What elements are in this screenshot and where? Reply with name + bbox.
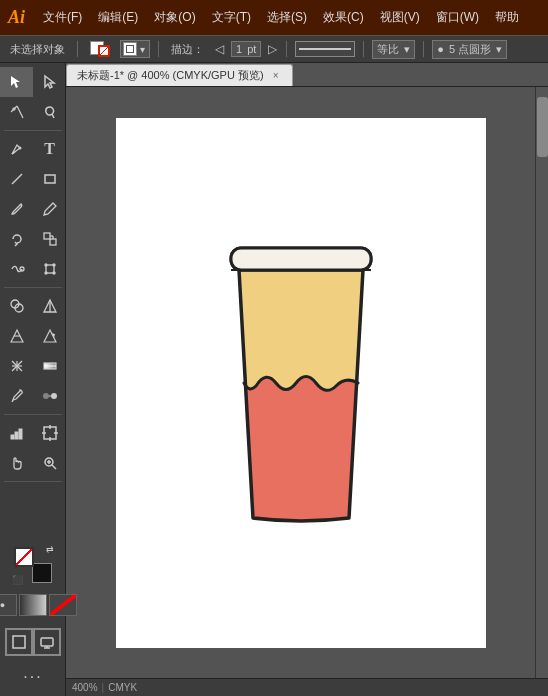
live-paint-tool[interactable] xyxy=(33,291,66,321)
warp-tool[interactable] xyxy=(0,254,33,284)
gradient-mode-btn[interactable] xyxy=(19,594,47,616)
svg-line-0 xyxy=(17,106,23,118)
svg-rect-7 xyxy=(45,175,55,183)
edge-label: 描边： xyxy=(167,40,208,59)
tool-row-1 xyxy=(0,67,66,97)
perspective-grid-tool[interactable] xyxy=(0,321,33,351)
menu-effect[interactable]: 效果(C) xyxy=(317,7,370,28)
tool-row-bottom xyxy=(0,628,66,656)
color-mode-btn[interactable]: ● xyxy=(0,594,17,616)
zoom-tool[interactable] xyxy=(33,448,66,478)
menu-view[interactable]: 视图(V) xyxy=(374,7,426,28)
zoom-level: 400% xyxy=(72,682,98,693)
gradient-tool[interactable] xyxy=(33,351,66,381)
svg-rect-36 xyxy=(15,432,18,439)
perspective-select-tool[interactable] xyxy=(33,321,66,351)
shape-dropdown[interactable]: ● 5 点圆形 ▾ xyxy=(432,40,507,59)
svg-point-17 xyxy=(53,272,55,274)
svg-point-12 xyxy=(20,267,24,271)
menu-window[interactable]: 窗口(W) xyxy=(430,7,485,28)
rect-tool[interactable] xyxy=(33,164,66,194)
svg-rect-37 xyxy=(19,429,22,439)
lasso-tool[interactable] xyxy=(33,97,66,127)
svg-point-32 xyxy=(43,393,49,399)
right-scrollbar[interactable] xyxy=(535,87,548,678)
content-with-scroll: 未标题-1* @ 400% (CMYK/GPU 预览) × xyxy=(66,63,548,696)
svg-rect-48 xyxy=(41,638,53,646)
menu-object[interactable]: 对象(O) xyxy=(148,7,201,28)
bottom-sep: | xyxy=(102,682,105,693)
select-tool[interactable] xyxy=(0,67,33,97)
tool-row-9 xyxy=(0,321,66,351)
menu-file[interactable]: 文件(F) xyxy=(37,7,88,28)
blend-tool[interactable] xyxy=(33,381,66,411)
svg-rect-8 xyxy=(44,233,50,239)
none-mode-btn[interactable] xyxy=(49,594,77,616)
fill-stroke-toggle[interactable]: ▾ xyxy=(120,40,150,58)
main-area: T xyxy=(0,63,548,696)
bottom-bar: 400% | CMYK xyxy=(66,678,548,696)
menu-edit[interactable]: 编辑(E) xyxy=(92,7,144,28)
tool-row-2 xyxy=(0,97,66,127)
column-graph-tool[interactable] xyxy=(0,418,33,448)
menu-help[interactable]: 帮助 xyxy=(489,7,525,28)
line-tool[interactable] xyxy=(0,164,33,194)
tool-sep-1 xyxy=(4,130,62,131)
eyedropper-tool[interactable] xyxy=(0,381,33,411)
svg-line-44 xyxy=(52,465,56,469)
brush-tool[interactable] xyxy=(0,194,33,224)
toolbar-sep-2 xyxy=(158,41,159,57)
tool-row-5 xyxy=(0,194,66,224)
scale-tool[interactable] xyxy=(33,224,66,254)
svg-point-15 xyxy=(53,264,55,266)
menu-select[interactable]: 选择(S) xyxy=(261,7,313,28)
magic-wand-tool[interactable] xyxy=(0,97,33,127)
screen-mode-btn[interactable] xyxy=(33,628,61,656)
svg-rect-13 xyxy=(46,265,54,273)
ratio-dropdown[interactable]: 等比 ▾ xyxy=(372,40,415,59)
canvas-and-scroll xyxy=(66,87,548,678)
shape-builder-tool[interactable] xyxy=(0,291,33,321)
stroke-style-picker[interactable] xyxy=(295,41,355,57)
tool-row-8 xyxy=(0,291,66,321)
left-toolbar: T xyxy=(0,63,66,696)
type-tool[interactable]: T xyxy=(33,134,66,164)
pen-tool[interactable] xyxy=(0,134,33,164)
title-bar: Ai 文件(F) 编辑(E) 对象(O) 文字(T) 选择(S) 效果(C) 视… xyxy=(0,0,548,35)
toolbar-sep-4 xyxy=(363,41,364,57)
stroke-color-picker[interactable] xyxy=(86,39,114,59)
tool-row-12 xyxy=(0,418,66,448)
reset-colors-icon[interactable]: ⬛ xyxy=(12,576,23,585)
rotate-tool[interactable] xyxy=(0,224,33,254)
menu-bar: 文件(F) 编辑(E) 对象(O) 文字(T) 选择(S) 效果(C) 视图(V… xyxy=(37,7,525,28)
free-transform-tool[interactable] xyxy=(33,254,66,284)
swap-colors-icon[interactable]: ⇄ xyxy=(46,545,54,554)
mesh-tool[interactable] xyxy=(0,351,33,381)
svg-rect-47 xyxy=(13,636,25,648)
fill-color-swatch[interactable] xyxy=(14,547,34,567)
tab-bar: 未标题-1* @ 400% (CMYK/GPU 预览) × xyxy=(66,63,548,87)
artboard-tool[interactable] xyxy=(33,418,66,448)
hand-tool[interactable] xyxy=(0,448,33,478)
stroke-color-swatch[interactable] xyxy=(32,563,52,583)
tab-close-btn[interactable]: × xyxy=(270,70,282,82)
svg-line-31 xyxy=(12,400,13,402)
tool-sep-3 xyxy=(4,414,62,415)
scrollbar-thumb[interactable] xyxy=(537,97,548,157)
extra-color-tools: ● xyxy=(0,592,77,618)
cup-illustration xyxy=(201,228,401,538)
svg-rect-9 xyxy=(50,239,56,245)
options-toolbar: 未选择对象 ▾ 描边： ◁ 1 pt ▷ 等比 ▾ ● 5 点圆形 ▾ xyxy=(0,35,548,63)
drawing-mode-btn[interactable] xyxy=(5,628,33,656)
tool-row-7 xyxy=(0,254,66,284)
canvas-content xyxy=(66,87,535,678)
canvas-paper[interactable] xyxy=(116,118,486,648)
toolbar-sep-5 xyxy=(423,41,424,57)
document-tab[interactable]: 未标题-1* @ 400% (CMYK/GPU 预览) × xyxy=(66,64,293,86)
edge-value[interactable]: 1 pt xyxy=(231,41,261,57)
menu-type[interactable]: 文字(T) xyxy=(206,7,257,28)
direct-select-tool[interactable] xyxy=(33,67,66,97)
svg-rect-52 xyxy=(231,248,371,270)
pencil-tool[interactable] xyxy=(33,194,66,224)
more-tools-btn[interactable]: ··· xyxy=(8,662,58,692)
